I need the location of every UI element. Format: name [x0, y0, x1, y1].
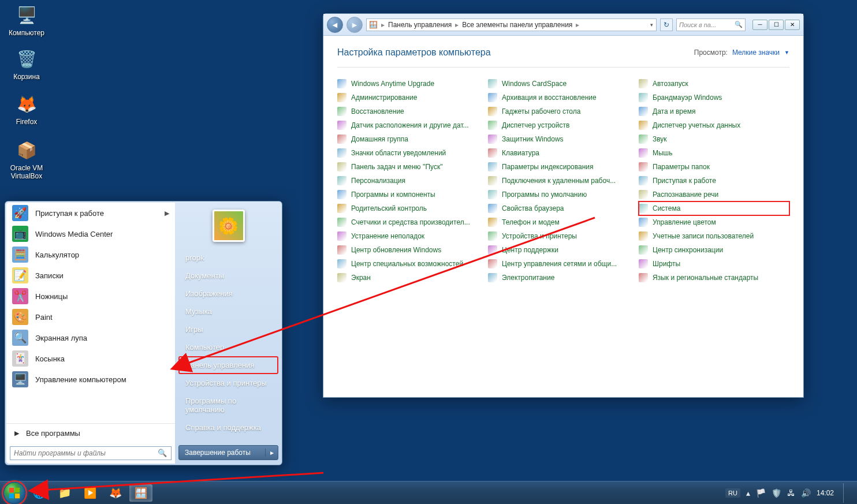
start-pinned-paint[interactable]: 🎨Paint [6, 307, 175, 327]
shield-icon[interactable]: 🛡️ [772, 488, 781, 498]
cp-item-счетчики-и-средства-производител-[interactable]: Счетчики и средства производител... [337, 215, 488, 229]
shutdown-button[interactable]: Завершение работы ▸ [178, 445, 278, 460]
start-right-компьютер[interactable]: Компьютер [178, 338, 278, 356]
cp-item-дата-и-время[interactable]: Дата и время [639, 104, 789, 118]
desktop-icon-firefox[interactable]: 🦊Firefox [5, 92, 49, 126]
start-pinned-ножницы[interactable]: ✂️Ножницы [6, 286, 175, 307]
address-bar[interactable]: 🪟 ▸ Панель управления ▸ Все элементы пан… [366, 18, 657, 31]
cp-item-экран[interactable]: Экран [337, 271, 488, 285]
start-right-propk[interactable]: propk [178, 249, 278, 267]
cp-item-звук[interactable]: Звук [639, 132, 789, 146]
cp-item-параметры-индексирования[interactable]: Параметры индексирования [488, 160, 639, 174]
cp-item-параметры-папок[interactable]: Параметры папок [639, 160, 789, 174]
cp-item-приступая-к-работе[interactable]: Приступая к работе [639, 174, 789, 188]
cp-item-учетные-записи-пользователей[interactable]: Учетные записи пользователей [639, 229, 789, 243]
cp-item-мышь[interactable]: Мышь [639, 146, 789, 160]
cp-item-брандмауэр-windows[interactable]: Брандмауэр Windows [639, 91, 789, 104]
cp-item-телефон-и-модем[interactable]: Телефон и модем [488, 215, 639, 229]
cp-item-устройства-и-принтеры[interactable]: Устройства и принтеры [488, 229, 639, 243]
cp-item-язык-и-региональные-стандарты[interactable]: Язык и региональные стандарты [639, 271, 789, 285]
cp-item-программы-по-умолчанию[interactable]: Программы по умолчанию [488, 188, 639, 201]
cp-item-диспетчер-устройств[interactable]: Диспетчер устройств [488, 118, 639, 132]
cp-search-input[interactable]: Поиск в па... 🔍 [676, 18, 746, 31]
start-right-музыка[interactable]: Музыка [178, 303, 278, 320]
start-pinned-калькулятор[interactable]: 🧮Калькулятор [6, 244, 175, 265]
network-icon[interactable]: 🖧 [787, 488, 795, 498]
start-pinned-управление-компьютером[interactable]: 🖥️Управление компьютером [6, 369, 175, 390]
refresh-button[interactable]: ↻ [660, 18, 673, 31]
breadcrumb-item[interactable]: Все элементы панели управления [460, 21, 575, 29]
cp-item-автозапуск[interactable]: Автозапуск [639, 77, 789, 91]
cp-item-родительский-контроль[interactable]: Родительский контроль [337, 201, 488, 215]
cp-item-защитник-windows[interactable]: Защитник Windows [488, 132, 639, 146]
start-search-input[interactable] [10, 446, 172, 460]
cp-item-электропитание[interactable]: Электропитание [488, 271, 639, 285]
start-pinned-экранная-лупа[interactable]: 🔍Экранная лупа [6, 327, 175, 348]
shutdown-options-button[interactable]: ▸ [265, 449, 278, 457]
cp-item-распознавание-речи[interactable]: Распознавание речи [639, 188, 789, 201]
breadcrumb-item[interactable]: Панель управления [386, 21, 454, 29]
cp-item-центр-обновления-windows[interactable]: Центр обновления Windows [337, 243, 488, 257]
cp-item-windows-anytime-upgrade[interactable]: Windows Anytime Upgrade [337, 77, 488, 91]
start-right-игры[interactable]: Игры [178, 320, 278, 338]
cp-item-центр-поддержки[interactable]: Центр поддержки [488, 243, 639, 257]
cp-item-icon [488, 273, 497, 282]
cp-item-подключения-к-удаленным-рабоч-[interactable]: Подключения к удаленным рабоч... [488, 174, 639, 188]
desktop-icon-oracle-vm-virtualbox[interactable]: 📦Oracle VM VirtualBox [5, 139, 49, 180]
cp-item-гаджеты-рабочего-стола[interactable]: Гаджеты рабочего стола [488, 104, 639, 118]
cp-item-устранение-неполадок[interactable]: Устранение неполадок [337, 229, 488, 243]
user-avatar[interactable]: 🌼 [213, 210, 245, 242]
cp-item-значки-области-уведомлений[interactable]: Значки области уведомлений [337, 146, 488, 160]
start-right-документы[interactable]: Документы [178, 267, 278, 285]
cp-item-шрифты[interactable]: Шрифты [639, 257, 789, 271]
maximize-button[interactable]: ☐ [769, 20, 784, 30]
taskbar-item-ie[interactable]: 🌐 [28, 484, 51, 502]
cp-item-центр-специальных-возможностей[interactable]: Центр специальных возможностей [337, 257, 488, 271]
all-programs-button[interactable]: ▶ Все программы [6, 423, 175, 443]
cp-item-архивация-и-восстановление[interactable]: Архивация и восстановление [488, 91, 639, 104]
start-right-программы-по-умолчанию[interactable]: Программы по умолчанию [178, 392, 278, 419]
cp-item-windows-cardspace[interactable]: Windows CardSpace [488, 77, 639, 91]
start-button[interactable] [3, 482, 25, 504]
tray-up-icon[interactable]: ▴ [746, 488, 750, 498]
desktop-icon-корзина[interactable]: 🗑️Корзина [5, 47, 49, 81]
cp-view-selector[interactable]: Просмотр: Мелкие значки ▼ [694, 48, 789, 57]
cp-item-восстановление[interactable]: Восстановление [337, 104, 488, 118]
cp-item-icon [488, 204, 497, 213]
cp-item-центр-синхронизации[interactable]: Центр синхронизации [639, 243, 789, 257]
taskbar-item-control-panel[interactable]: 🪟 [129, 484, 152, 502]
nav-back-button[interactable]: ◄ [327, 17, 343, 33]
start-pinned-записки[interactable]: 📝Записки [6, 265, 175, 286]
start-right-изображения[interactable]: Изображения [178, 285, 278, 303]
start-pinned-приступая-к-работе[interactable]: 🚀Приступая к работе▶ [6, 203, 175, 223]
cp-item-диспетчер-учетных-данных[interactable]: Диспетчер учетных данных [639, 118, 789, 132]
show-desktop-button[interactable] [843, 483, 849, 503]
minimize-button[interactable]: ─ [752, 20, 767, 30]
taskbar-item-explorer[interactable]: 📁 [53, 484, 76, 502]
start-right-панель-управления[interactable]: Панель управления [178, 356, 278, 374]
volume-icon[interactable]: 🔊 [801, 488, 811, 498]
taskbar-item-wmp[interactable]: ▶️ [79, 484, 102, 502]
cp-item-клавиатура[interactable]: Клавиатура [488, 146, 639, 160]
clock[interactable]: 14:02 [817, 489, 834, 497]
cp-item-панель-задач-и-меню-пуск-[interactable]: Панель задач и меню ''Пуск'' [337, 160, 488, 174]
cp-item-свойства-браузера[interactable]: Свойства браузера [488, 201, 639, 215]
start-right-справка-и-поддержка[interactable]: Справка и поддержка [178, 419, 278, 436]
taskbar-item-firefox[interactable]: 🦊 [104, 484, 127, 502]
cp-item-датчик-расположения-и-другие-дат-[interactable]: Датчик расположения и другие дат... [337, 118, 488, 132]
cp-item-персонализация[interactable]: Персонализация [337, 174, 488, 188]
cp-item-центр-управления-сетями-и-общи-[interactable]: Центр управления сетями и общи... [488, 257, 639, 271]
start-pinned-windows-media-center[interactable]: 📺Windows Media Center [6, 223, 175, 244]
cp-item-управление-цветом[interactable]: Управление цветом [639, 215, 789, 229]
nav-forward-button[interactable]: ► [346, 17, 363, 33]
start-pinned-косынка[interactable]: 🃏Косынка [6, 348, 175, 369]
cp-item-система[interactable]: Система [639, 201, 789, 215]
close-button[interactable]: ✕ [785, 20, 800, 30]
flag-icon[interactable]: 🏳️ [756, 488, 766, 498]
cp-item-администрирование[interactable]: Администрирование [337, 91, 488, 104]
cp-item-программы-и-компоненты[interactable]: Программы и компоненты [337, 188, 488, 201]
cp-item-домашняя-группа[interactable]: Домашняя группа [337, 132, 488, 146]
language-indicator[interactable]: RU [725, 488, 740, 498]
desktop-icon-компьютер[interactable]: 🖥️Компьютер [5, 3, 49, 37]
start-right-устройства-и-принтеры[interactable]: Устройства и принтеры [178, 374, 278, 392]
